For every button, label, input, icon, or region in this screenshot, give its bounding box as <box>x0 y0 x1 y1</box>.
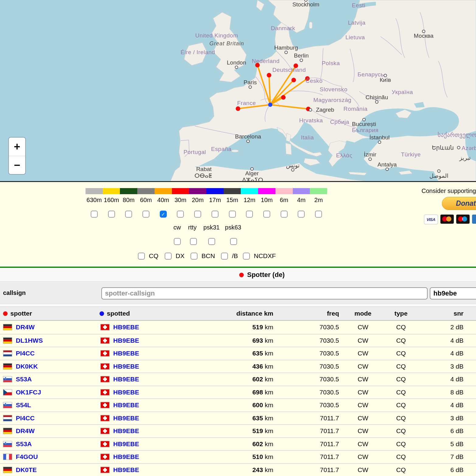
spotter-callsign-input[interactable] <box>101 287 428 299</box>
spotter-link[interactable]: DL1HWS <box>16 337 43 344</box>
mode-checkbox-rtty[interactable] <box>190 238 197 245</box>
map-canvas[interactable]: EestiDanmarkLatvijaLietuvaUnited Kingdom… <box>0 0 476 182</box>
distance-cell: 600 km <box>213 401 273 409</box>
spotter-flag-icon <box>3 467 12 473</box>
band-checkbox-20m[interactable] <box>194 211 201 218</box>
mode-checkbox-psk31[interactable] <box>208 238 215 245</box>
mode-cell: CW <box>350 466 376 474</box>
table-row: F4GOU HB9EBE 510 km 7011.7 CW CQ 7 dB <box>0 450 476 463</box>
spotted-link[interactable]: HB9EBE <box>113 376 139 383</box>
mode-checkbox-psk63[interactable] <box>230 238 237 245</box>
band-label-60m: 60m <box>137 197 155 204</box>
spotter-link[interactable]: DR4W <box>16 427 35 435</box>
spotted-link[interactable]: HB9EBE <box>113 337 139 344</box>
spotter-link[interactable]: OK1FCJ <box>16 389 41 396</box>
band-checkbox-17m[interactable] <box>212 211 219 218</box>
city-marker-icon <box>300 59 303 62</box>
band-checkbox-4m[interactable] <box>298 211 305 218</box>
band-label-4m: 4m <box>293 197 310 204</box>
band-label-30m: 30m <box>172 197 189 204</box>
spotted-link[interactable]: HB9EBE <box>113 427 139 435</box>
table-row: S53A HB9EBE 602 km 7011.7 CW CQ 5 dB <box>0 437 476 450</box>
header-snr: snr <box>425 310 464 317</box>
spotted-link[interactable]: HB9EBE <box>113 415 139 422</box>
callsign-row: callsign <box>0 282 476 304</box>
spotted-callsign-input[interactable] <box>430 287 476 299</box>
spotter-link[interactable]: DK0KK <box>16 363 38 370</box>
city-marker-icon <box>378 141 381 144</box>
type-cell: CQ <box>388 401 414 409</box>
band-label-160m: 160m <box>103 197 120 204</box>
spotted-link[interactable]: HB9EBE <box>113 466 139 474</box>
city-label: İzmir <box>364 151 376 158</box>
band-checkbox-630m[interactable] <box>91 211 98 218</box>
spotter-link[interactable]: F4GOU <box>16 453 38 460</box>
header-type: type <box>388 310 414 317</box>
type-checkbox-DX[interactable] <box>165 253 172 260</box>
band-checkbox-80m[interactable] <box>125 211 132 218</box>
spotter-link[interactable]: PI4CC <box>16 415 35 422</box>
type-checkbox-CQ[interactable] <box>138 253 145 260</box>
snr-cell: 7 dB <box>425 453 464 460</box>
spotter-link[interactable]: S54L <box>16 401 31 409</box>
spotted-link[interactable]: HB9EBE <box>113 350 139 357</box>
band-checkbox-10m[interactable] <box>263 211 270 218</box>
spotted-link[interactable]: HB9EBE <box>113 363 139 370</box>
table-header: spotter spotted distance km freq mode ty… <box>0 307 476 321</box>
spotter-link[interactable]: PI4CC <box>16 350 35 357</box>
spotted-link[interactable]: HB9EBE <box>113 389 139 396</box>
band-label-2m: 2m <box>310 197 327 204</box>
country-label: Eesti <box>352 2 365 9</box>
type-label-NCDXF: NCDXF <box>254 252 276 260</box>
spotted-flag-icon <box>100 324 110 331</box>
spotted-dot-icon <box>100 311 104 316</box>
type-group: DX <box>165 252 184 260</box>
band-checkbox-160m[interactable] <box>108 211 115 218</box>
mode-cell: CW <box>350 376 376 383</box>
band-checkbox-40m[interactable]: ✓ <box>160 211 167 218</box>
country-label: Great Britain <box>209 40 244 47</box>
type-cell: CQ <box>388 453 414 460</box>
header-spotted: spotted <box>100 310 130 317</box>
map-zoom-control: + − <box>8 137 26 175</box>
city-label: Hamburg <box>274 44 298 51</box>
mode-checkbox-cw[interactable] <box>174 238 181 245</box>
band-checkbox-2m[interactable] <box>315 211 322 218</box>
spotted-flag-icon <box>100 363 110 369</box>
city-label: Berlin <box>294 52 309 59</box>
type-label-DX: DX <box>176 252 184 260</box>
band-checkbox-30m[interactable] <box>177 211 184 218</box>
type-checkbox-/B[interactable] <box>221 253 228 260</box>
type-checkbox-NCDXF[interactable] <box>243 253 250 260</box>
spotted-link[interactable]: HB9EBE <box>113 324 139 331</box>
spotter-link[interactable]: DR4W <box>16 324 35 331</box>
band-checkbox-60m[interactable] <box>142 211 149 218</box>
spotter-link[interactable]: S53A <box>16 440 32 448</box>
city-label: الموصل <box>429 172 448 179</box>
spotter-link[interactable]: DK0TE <box>16 466 37 474</box>
band-checkbox-12m[interactable] <box>246 211 253 218</box>
band-label-20m: 20m <box>189 197 206 204</box>
snr-cell: 2 dB <box>425 324 464 331</box>
donate-button[interactable]: Donate <box>442 197 476 210</box>
zoom-in-button[interactable]: + <box>9 138 25 156</box>
payment-card-icons: VISA <box>424 215 476 224</box>
city-label: London <box>227 59 246 66</box>
band-swatch-160m <box>103 188 120 194</box>
band-checkbox-6m[interactable] <box>281 211 288 218</box>
city-marker-icon <box>235 66 238 69</box>
spotter-dot-icon <box>3 311 8 316</box>
spotter-link[interactable]: S53A <box>16 376 32 383</box>
snr-cell: 4 dB <box>425 350 464 357</box>
type-group: BCN <box>191 252 215 260</box>
spotted-flag-icon <box>100 402 110 408</box>
zoom-out-button[interactable]: − <box>9 156 25 174</box>
spotted-link[interactable]: HB9EBE <box>113 453 139 460</box>
mode-cell: CW <box>350 415 376 422</box>
spotted-link[interactable]: HB9EBE <box>113 401 139 409</box>
spotted-link[interactable]: HB9EBE <box>113 440 139 448</box>
band-checkbox-15m[interactable] <box>229 211 236 218</box>
band-swatch-30m <box>172 188 189 194</box>
band-swatch-630m <box>86 188 103 194</box>
type-checkbox-BCN[interactable] <box>191 253 198 260</box>
